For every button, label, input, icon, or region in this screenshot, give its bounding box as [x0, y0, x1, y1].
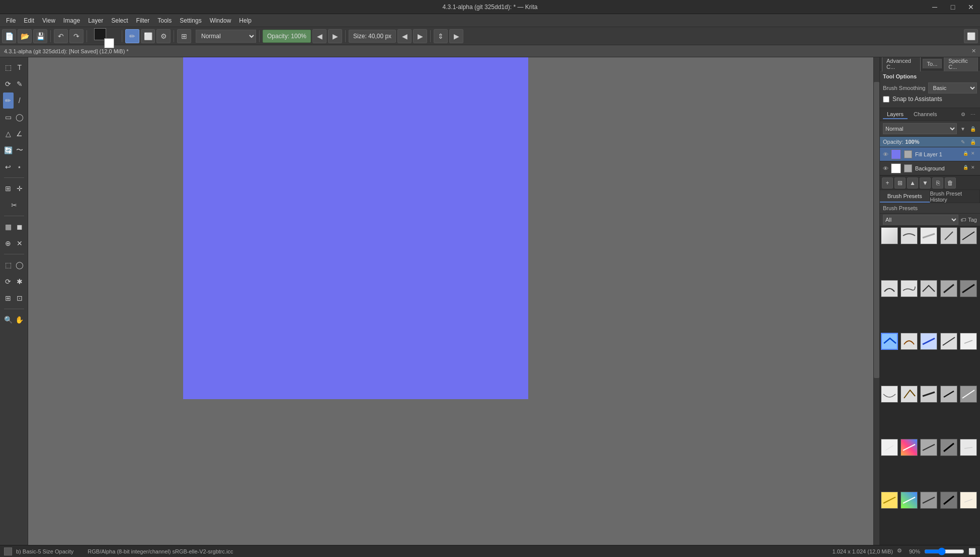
- opacity-control[interactable]: Opacity: 100%: [263, 30, 311, 43]
- opacity-up[interactable]: ▶: [328, 29, 342, 43]
- blend-mode-select[interactable]: Normal: [196, 30, 256, 43]
- brush-preset-26[interactable]: [881, 492, 898, 509]
- menu-window[interactable]: Window: [206, 15, 235, 26]
- brush-preset-27[interactable]: [901, 492, 918, 509]
- brush-preset-22[interactable]: [901, 439, 918, 456]
- close-doc-button[interactable]: ✕: [971, 48, 976, 54]
- layer-eye-bg[interactable]: 👁: [882, 165, 889, 172]
- status-settings-icon[interactable]: ⚙: [897, 547, 905, 555]
- brush-tool-button[interactable]: ✏: [125, 29, 139, 43]
- layer-delete-btn[interactable]: ✕: [971, 151, 978, 158]
- contiguous-sel-tool[interactable]: ✱: [14, 273, 25, 290]
- tab-specific-color[interactable]: Specific C...: [944, 57, 978, 71]
- size-down[interactable]: ◀: [397, 29, 412, 43]
- brush-preset-14[interactable]: [940, 333, 957, 350]
- pan-tool[interactable]: ✋: [14, 312, 25, 328]
- freehand-brush-tool[interactable]: ✏: [3, 92, 14, 109]
- add-group-button[interactable]: ⊞: [894, 177, 906, 189]
- colorize-tool[interactable]: ✕: [14, 235, 25, 251]
- layers-blend-mode[interactable]: Normal: [883, 123, 957, 134]
- delete-layer-button[interactable]: 🗑: [945, 177, 956, 189]
- layer-lock-btn[interactable]: 🔒: [963, 151, 970, 158]
- text-tool[interactable]: T: [14, 59, 25, 75]
- tab-tool-options-mini[interactable]: To...: [923, 59, 942, 68]
- brush-smoothing-select[interactable]: Basic: [928, 82, 977, 94]
- tab-layers[interactable]: Layers: [883, 110, 908, 119]
- brush-preset-10[interactable]: [960, 280, 977, 297]
- menu-edit[interactable]: Edit: [20, 15, 38, 26]
- multibrush-tool[interactable]: ⋆: [14, 159, 25, 175]
- layer-delete-btn-bg[interactable]: ✕: [971, 165, 978, 172]
- redo-button[interactable]: ↷: [69, 29, 84, 43]
- selection-tool[interactable]: ⬚: [3, 59, 14, 75]
- brush-preset-19[interactable]: [940, 386, 957, 403]
- menu-view[interactable]: View: [38, 15, 59, 26]
- tab-advanced-color[interactable]: Advanced C...: [882, 57, 921, 71]
- canvas-area[interactable]: [28, 57, 879, 557]
- brush-preset-3[interactable]: [920, 227, 937, 244]
- layers-expand-icon[interactable]: ⋯: [969, 111, 977, 119]
- layers-settings-icon[interactable]: ⚙: [959, 111, 967, 119]
- v-scrollbar-thumb[interactable]: [874, 82, 879, 378]
- similar-selection-tool[interactable]: ✎: [14, 76, 25, 92]
- rect-selection-tool[interactable]: ⬚: [3, 257, 14, 273]
- fill-tool[interactable]: ◼: [14, 219, 25, 235]
- brush-preset-4[interactable]: [940, 227, 957, 244]
- minimize-button[interactable]: ─: [926, 0, 944, 14]
- menu-settings[interactable]: Settings: [176, 15, 205, 26]
- brush-preset-9[interactable]: [940, 280, 957, 297]
- global-sel-tool[interactable]: ⊡: [14, 290, 25, 306]
- eraser-button[interactable]: ⬜: [141, 29, 155, 43]
- layer-down-button[interactable]: ▼: [920, 177, 931, 189]
- dynamic-brush-tool[interactable]: ↩: [3, 159, 14, 175]
- size-control[interactable]: Size: 40,00 px: [349, 30, 396, 43]
- gradient-tool[interactable]: ▦: [3, 219, 14, 235]
- color-selector[interactable]: [94, 28, 110, 44]
- zoom-tool[interactable]: 🔍: [3, 312, 14, 328]
- size-up[interactable]: ▶: [413, 29, 427, 43]
- status-canvas-icon[interactable]: [4, 547, 12, 555]
- menu-filter[interactable]: Filter: [132, 15, 154, 26]
- brush-preset-30[interactable]: [960, 492, 977, 509]
- snap-assistants-checkbox[interactable]: [883, 96, 889, 103]
- brush-preset-7[interactable]: [901, 280, 918, 297]
- status-expand-icon[interactable]: ⬜: [968, 548, 976, 555]
- brush-preset-29[interactable]: [940, 492, 957, 509]
- brush-preset-6[interactable]: [881, 280, 898, 297]
- open-button[interactable]: 📂: [18, 29, 32, 43]
- brush-preset-20[interactable]: [960, 386, 977, 403]
- polygon-tool[interactable]: △: [3, 126, 14, 142]
- move-tool[interactable]: ✛: [14, 180, 25, 197]
- brush-preset-25[interactable]: [960, 439, 977, 456]
- layer-item-background[interactable]: 👁 Background 🔒 ✕: [880, 161, 980, 175]
- layer-up-button[interactable]: ▲: [907, 177, 918, 189]
- bezier-tool[interactable]: 🔄: [3, 142, 14, 158]
- brush-preset-8[interactable]: [920, 280, 937, 297]
- transform-tool[interactable]: ⊞: [3, 180, 14, 197]
- brush-preset-23[interactable]: [920, 439, 937, 456]
- ellipse-selection-tool[interactable]: ◯: [14, 257, 25, 273]
- brush-preset-21[interactable]: [881, 439, 898, 456]
- add-layer-button[interactable]: +: [882, 177, 893, 189]
- opacity-down[interactable]: ◀: [312, 29, 326, 43]
- brush-category-select[interactable]: All: [883, 215, 958, 225]
- crop-tool[interactable]: ✂: [3, 197, 25, 213]
- rectangle-tool[interactable]: ▭: [3, 109, 14, 125]
- layer-lock-btn-bg[interactable]: 🔒: [963, 165, 970, 172]
- document-tab[interactable]: 4.3.1-alpha (git 325dd1d): [Not Saved] (…: [0, 45, 980, 57]
- vertical-scrollbar[interactable]: [873, 57, 879, 551]
- undo-button[interactable]: ↶: [54, 29, 68, 43]
- brush-preset-12[interactable]: [901, 333, 918, 350]
- layers-lock-icon[interactable]: 🔒: [969, 125, 977, 133]
- opacity-lock-icon[interactable]: 🔒: [969, 138, 977, 146]
- brush-preset-15[interactable]: [960, 333, 977, 350]
- freehand-sel-tool[interactable]: ⟳: [3, 273, 14, 290]
- close-button[interactable]: ✕: [962, 0, 980, 14]
- menu-help[interactable]: Help: [235, 15, 256, 26]
- brush-preset-28[interactable]: [920, 492, 937, 509]
- tab-channels[interactable]: Channels: [910, 110, 941, 119]
- tab-brush-presets[interactable]: Brush Presets: [880, 190, 930, 203]
- column-sel-tool[interactable]: ⊞: [3, 290, 14, 306]
- save-button[interactable]: 💾: [33, 29, 47, 43]
- brush-settings-button[interactable]: ⚙: [156, 29, 171, 43]
